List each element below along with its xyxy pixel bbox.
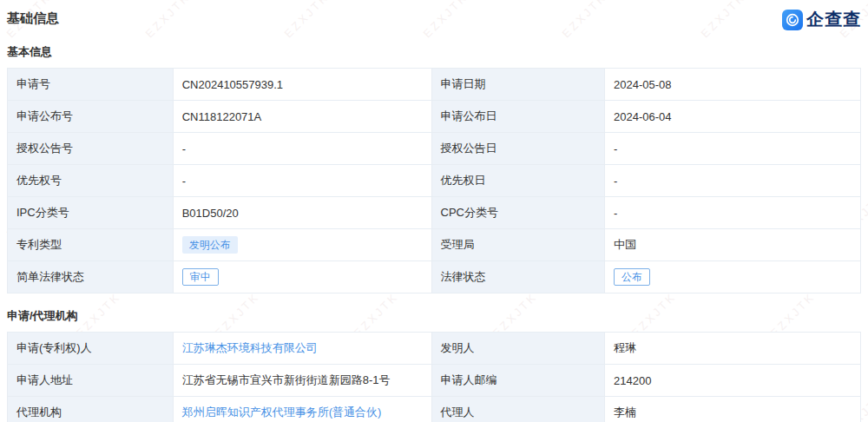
field-value: 214200 — [605, 365, 861, 397]
field-label: 简单法律状态 — [8, 261, 174, 293]
field-value: CN118122071A — [173, 101, 431, 133]
field-value: - — [605, 133, 861, 165]
field-label: 申请公布日 — [431, 101, 605, 133]
table-row: 简单法律状态审中法律状态公布 — [8, 261, 861, 293]
table-row: 申请号CN202410557939.1申请日期2024-05-08 — [8, 69, 861, 101]
status-badge: 公布 — [614, 268, 650, 286]
field-value: CN202410557939.1 — [173, 69, 431, 101]
basic-info-table-container: 申请号CN202410557939.1申请日期2024-05-08申请公布号CN… — [7, 68, 861, 293]
table-row: IPC分类号B01D50/20CPC分类号- — [8, 197, 861, 229]
field-value: 郑州启晖知识产权代理事务所(普通合伙) — [173, 397, 431, 422]
field-value: 程琳 — [605, 333, 861, 365]
field-label: 法律状态 — [431, 261, 605, 293]
entity-link[interactable]: 江苏琳杰环境科技有限公司 — [182, 341, 318, 354]
field-label: 代理人 — [431, 397, 605, 422]
field-value: - — [173, 133, 431, 165]
info-table: 申请(专利权)人江苏琳杰环境科技有限公司发明人程琳申请人地址江苏省无锡市宜兴市新… — [7, 332, 861, 422]
field-label: 受理局 — [431, 229, 605, 261]
field-value: 江苏琳杰环境科技有限公司 — [173, 333, 431, 365]
field-value: 中国 — [605, 229, 861, 261]
field-value: - — [173, 165, 431, 197]
field-label: 申请(专利权)人 — [8, 333, 174, 365]
field-label: 授权公告号 — [8, 133, 174, 165]
qichacha-magnifier-icon — [782, 10, 803, 30]
status-badge: 发明公布 — [182, 236, 238, 254]
field-label: 申请号 — [8, 69, 174, 101]
field-label: 优先权号 — [8, 165, 174, 197]
field-label: 专利类型 — [8, 229, 174, 261]
status-badge: 审中 — [182, 268, 219, 286]
field-value: 江苏省无锡市宜兴市新街街道新园路8-1号 — [173, 365, 431, 397]
patent-basic-info-page: EZXJTKEZXJTKEZXJTKEZXJTKEZXJTKEZXJTKEZXJ… — [0, 0, 868, 422]
page-header: 基础信息 企查查 — [7, 7, 861, 31]
field-label: 授权公告日 — [431, 133, 605, 165]
field-value: 公布 — [605, 261, 861, 293]
entity-link[interactable]: 郑州启晖知识产权代理事务所(普通合伙) — [182, 406, 382, 419]
table-row: 申请人地址江苏省无锡市宜兴市新街街道新园路8-1号申请人邮编214200 — [8, 365, 861, 397]
field-label: 代理机构 — [8, 397, 174, 422]
field-value: B01D50/20 — [173, 197, 431, 229]
qichacha-logo-text: 企查查 — [806, 8, 861, 31]
field-value: 2024-05-08 — [605, 69, 861, 101]
agency-info-table-container: 申请(专利权)人江苏琳杰环境科技有限公司发明人程琳申请人地址江苏省无锡市宜兴市新… — [7, 332, 861, 422]
field-value: 2024-06-04 — [605, 101, 861, 133]
field-value: 李楠 — [605, 397, 861, 422]
table-row: 专利类型发明公布受理局中国 — [8, 229, 861, 261]
field-label: CPC分类号 — [431, 197, 605, 229]
field-label: 优先权日 — [431, 165, 605, 197]
page-title: 基础信息 — [7, 10, 59, 27]
field-label: 申请人邮编 — [431, 365, 605, 397]
field-label: 申请人地址 — [8, 365, 174, 397]
table-row: 代理机构郑州启晖知识产权代理事务所(普通合伙)代理人李楠 — [8, 397, 861, 422]
field-label: 申请公布号 — [8, 101, 174, 133]
qichacha-logo[interactable]: 企查查 — [782, 8, 861, 31]
section-title-agency: 申请/代理机构 — [7, 308, 861, 324]
table-row: 授权公告号-授权公告日- — [8, 133, 861, 165]
field-value: - — [605, 197, 861, 229]
field-label: 申请日期 — [431, 69, 605, 101]
field-label: IPC分类号 — [8, 197, 174, 229]
section-title-basic: 基本信息 — [7, 44, 861, 60]
info-table: 申请号CN202410557939.1申请日期2024-05-08申请公布号CN… — [7, 68, 861, 293]
field-value: 发明公布 — [173, 229, 431, 261]
field-value: - — [605, 165, 861, 197]
field-label: 发明人 — [431, 333, 605, 365]
table-row: 申请公布号CN118122071A申请公布日2024-06-04 — [8, 101, 861, 133]
table-row: 申请(专利权)人江苏琳杰环境科技有限公司发明人程琳 — [8, 333, 861, 365]
table-row: 优先权号-优先权日- — [8, 165, 861, 197]
field-value: 审中 — [173, 261, 431, 293]
